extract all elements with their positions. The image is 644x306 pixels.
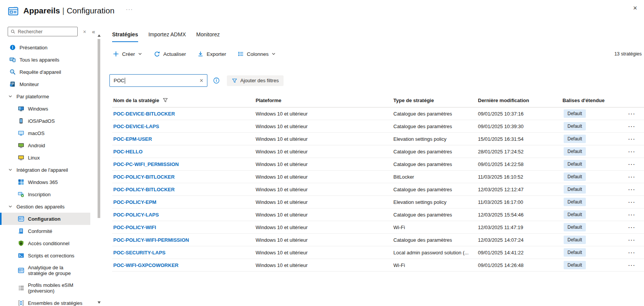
sidebar-item-configuration[interactable]: Configuration [0,213,90,225]
add-filters-button[interactable]: Ajouter des filtres [227,75,284,86]
column-header-type[interactable]: Type de stratégie [393,98,478,103]
row-context-menu-icon[interactable]: ··· [628,149,636,155]
sidebar-item-windows-365[interactable]: Windows 365 [0,176,90,188]
chevron-down-icon [8,204,13,209]
policy-name-link[interactable]: POC-POLICY-WIFI [112,225,256,230]
policy-name-link[interactable]: POC-POLICY-WIFI-PERMISSION [112,237,256,243]
sidebar-item-windows[interactable]: Windows [0,103,90,115]
close-icon[interactable]: × [633,5,637,11]
sidebar-group-gestion-des-appareils[interactable]: Gestion des appareils [0,200,90,213]
table-row[interactable]: POC-POLICY-EPM Windows 10 et ultérieur E… [112,196,644,208]
sidebar-collapse-icon[interactable]: « [92,28,95,35]
policy-name-link[interactable]: POC-SECURITY-LAPS [112,250,256,256]
modified-cell: 09/01/2025 14:26:48 [478,262,562,268]
sidebar-search-clear-icon[interactable]: × [83,29,86,35]
scrollbar-thumb[interactable] [98,39,100,218]
row-context-menu-icon[interactable]: ··· [628,187,636,192]
refresh-button[interactable]: Actualiser [153,49,187,59]
sidebar-item-scripts-et-corrections[interactable]: Scripts et corrections [0,249,90,262]
export-button[interactable]: Exporter [197,49,227,59]
tab-monitorez[interactable]: Monitorez [196,31,220,42]
sidebar-item-inscription[interactable]: Inscription [0,188,90,200]
scope-tag-cell: Default [562,160,620,168]
table-row[interactable]: POC-DEVICE-BITLOCKER Windows 10 et ultér… [112,107,644,120]
sidebar-item-analytique-strategie-groupe[interactable]: Analytique de la stratégie de groupe [0,262,90,279]
policy-name-link[interactable]: POC-POLICY-BITLOCKER [112,187,256,192]
table-row[interactable]: POC-EPM-USER Windows 10 et ultérieur Ele… [112,133,644,145]
row-context-menu-icon[interactable]: ··· [628,174,636,180]
sidebar-item-ensembles-de-strategies[interactable]: Ensembles de stratégies [0,297,90,306]
policy-type-cell: BitLocker [393,174,478,180]
sidebar-item-ios-ipados[interactable]: iOS/iPadOS [0,115,90,127]
row-context-menu-icon[interactable]: ··· [628,199,636,205]
clear-search-icon[interactable]: × [200,77,203,84]
table-row[interactable]: POC-POLICY-BITLOCKER Windows 10 et ultér… [112,171,644,183]
sidebar-item-requete-appareil[interactable]: Requête d'appareil [0,66,90,78]
policy-name-link[interactable]: POC-PC-WIFI_PERMISSION [112,161,256,167]
table-row[interactable]: POC-POLICY-WIFI-PERMISSION Windows 10 et… [112,234,644,246]
table-row[interactable]: POC-POLICY-LAPS Windows 10 et ultérieur … [112,208,644,221]
refresh-icon [154,51,160,57]
columns-button[interactable]: Colonnes [237,49,277,59]
platform-cell: Windows 10 et ultérieur [256,250,393,256]
modified-cell: 11/03/2025 16:17:00 [478,199,562,205]
policy-name-link[interactable]: POC-EPM-USER [112,136,256,142]
policy-name-link[interactable]: POC-POLICY-EPM [112,199,256,205]
devices-icon [10,57,16,63]
scope-tag-badge: Default [564,236,586,244]
table-row[interactable]: POC-PC-WIFI_PERMISSION Windows 10 et ult… [112,158,644,171]
policy-name-link[interactable]: POC-HELLO [112,149,256,155]
tab-strategies[interactable]: Stratégies [112,31,138,42]
linux-icon [18,155,24,161]
scope-tag-badge: Default [564,109,586,118]
row-context-menu-icon[interactable]: ··· [628,262,636,268]
sidebar-item-macos[interactable]: macOS [0,127,90,139]
sidebar-group-par-plateforme[interactable]: Par plateforme [0,90,90,103]
sidebar-group-integration-appareil[interactable]: Intégration de l'appareil [0,164,90,176]
scope-tag-badge: Default [564,135,586,143]
sidebar-search-input[interactable] [18,29,75,34]
row-context-menu-icon[interactable]: ··· [628,124,636,129]
policy-name-link[interactable]: POC-WIFI-GXPCOWORKER [112,262,256,268]
column-header-platform[interactable]: Plateforme [256,98,393,103]
create-button[interactable]: Créer [112,49,143,59]
tab-importez-admx[interactable]: Importez ADMX [148,31,186,42]
row-context-menu-icon[interactable]: ··· [628,225,636,230]
sidebar-item-profils-esim[interactable]: Profils mobiles eSIM (préversion) [0,279,90,297]
policy-name-link[interactable]: POC-DEVICE-LAPS [112,124,256,129]
policy-name-link[interactable]: POC-POLICY-LAPS [112,212,256,218]
sidebar-item-linux[interactable]: Linux [0,151,90,164]
policy-name-link[interactable]: POC-DEVICE-BITLOCKER [112,111,256,117]
sidebar-item-tous-les-appareils[interactable]: Tous les appareils [0,54,90,66]
sidebar-scrollbar[interactable] [96,21,102,306]
row-context-menu-icon[interactable]: ··· [628,161,636,167]
scrollbar-up-arrow-icon[interactable] [98,34,101,37]
table-row[interactable]: POC-POLICY-WIFI Windows 10 et ultérieur … [112,221,644,234]
policy-search-input[interactable]: POC × [109,74,207,87]
sidebar-item-android[interactable]: Android [0,139,90,151]
table-row[interactable]: POC-DEVICE-LAPS Windows 10 et ultérieur … [112,120,644,133]
column-header-name[interactable]: Nom de la stratégie [112,98,256,103]
sidebar-item-moniteur[interactable]: Moniteur [0,78,90,90]
table-row[interactable]: POC-WIFI-GXPCOWORKER Windows 10 et ultér… [112,259,644,272]
table-row[interactable]: POC-HELLO Windows 10 et ultérieur Catalo… [112,145,644,158]
info-icon[interactable] [213,77,220,84]
table-row[interactable]: POC-SECURITY-LAPS Windows 10 et ultérieu… [112,246,644,259]
sidebar-item-presentation[interactable]: Présentation [0,41,90,54]
sidebar-item-acces-conditionnel[interactable]: Accès conditionnel [0,237,90,249]
macos-icon [18,130,24,136]
row-context-menu-icon[interactable]: ··· [628,250,636,256]
more-options-icon[interactable]: ··· [126,6,133,12]
row-context-menu-icon[interactable]: ··· [628,136,636,142]
row-context-menu-icon[interactable]: ··· [628,237,636,243]
sidebar-item-conformite[interactable]: Conformité [0,225,90,237]
sidebar-search[interactable] [8,27,78,36]
column-header-scope-tags[interactable]: Balises d'étendue [562,98,620,103]
column-header-modified[interactable]: Dernière modification [478,98,562,103]
platform-cell: Windows 10 et ultérieur [256,199,393,205]
policy-name-link[interactable]: POC-POLICY-BITLOCKER [112,174,256,180]
row-context-menu-icon[interactable]: ··· [628,212,636,218]
row-context-menu-icon[interactable]: ··· [628,111,636,117]
table-row[interactable]: POC-POLICY-BITLOCKER Windows 10 et ultér… [112,183,644,196]
scrollbar-down-arrow-icon[interactable] [98,301,101,304]
